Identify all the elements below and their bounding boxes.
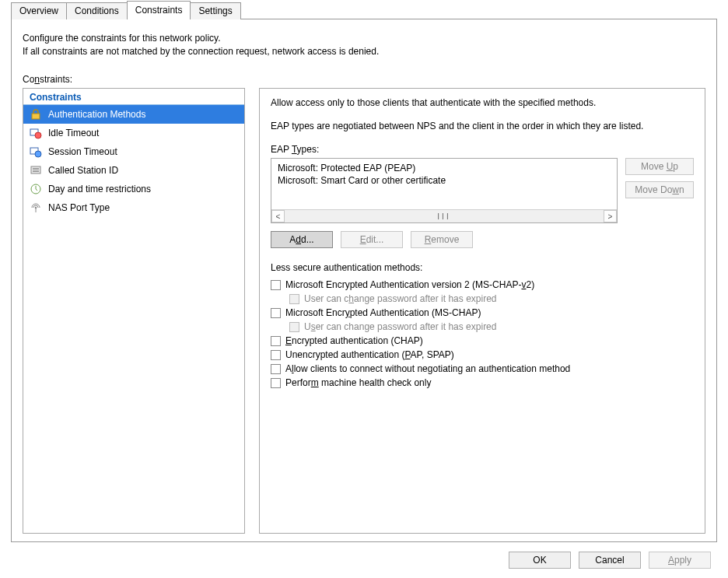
constraint-detail-panel: Allow access only to those clients that … — [259, 88, 705, 534]
chk-label: User can change password after it has ex… — [304, 321, 496, 332]
eap-item[interactable]: Microsoft: Protected EAP (PEAP) — [278, 162, 611, 174]
chk-label: Microsoft Encrypted Authentication versi… — [285, 279, 534, 290]
constraints-label: Constraints: — [23, 74, 705, 85]
move-up-button[interactable]: Move Up — [625, 158, 694, 175]
idle-icon — [30, 127, 42, 139]
checkbox-icon[interactable] — [271, 350, 281, 360]
session-icon — [30, 145, 42, 158]
chk-label: User can change password after it has ex… — [304, 293, 497, 304]
scroll-right-icon[interactable]: > — [604, 210, 617, 222]
eap-types-list[interactable]: Microsoft: Protected EAP (PEAP) Microsof… — [271, 158, 618, 223]
eap-types-label: EAP Types: — [271, 144, 694, 155]
eap-row: Microsoft: Protected EAP (PEAP) Microsof… — [271, 158, 694, 223]
remove-button[interactable]: Remove — [411, 231, 473, 248]
svg-rect-0 — [32, 114, 40, 119]
constraint-label: Idle Timeout — [48, 128, 99, 138]
description: Configure the constraints for this netwo… — [23, 32, 705, 58]
add-button[interactable]: Add... — [271, 231, 333, 248]
checkbox-icon[interactable] — [271, 280, 281, 290]
chk-mschap-expire: User can change password after it has ex… — [289, 320, 694, 334]
lock-icon — [30, 108, 42, 121]
h-scrollbar[interactable]: < III > — [271, 209, 617, 222]
eap-item[interactable]: Microsoft: Smart Card or other certifica… — [278, 174, 611, 187]
scroll-left-icon[interactable]: < — [271, 210, 285, 222]
tab-constraints[interactable]: Constraints — [127, 1, 191, 19]
checkbox-icon — [289, 322, 299, 332]
svg-point-10 — [35, 206, 37, 208]
eap-note: EAP types are negotiated between NPS and… — [271, 120, 694, 133]
chk-label: Encrypted authentication (CHAP) — [285, 335, 423, 346]
edit-button[interactable]: Edit... — [341, 231, 403, 248]
constraint-day-time[interactable]: Day and time restrictions — [23, 180, 244, 198]
constraint-label: NAS Port Type — [48, 202, 110, 213]
policy-properties-window: Overview Conditions Constraints Settings… — [0, 0, 728, 578]
svg-point-4 — [35, 151, 41, 157]
chk-mschapv2[interactable]: Microsoft Encrypted Authentication versi… — [271, 278, 694, 292]
cancel-button[interactable]: Cancel — [579, 552, 641, 569]
checkbox-icon[interactable] — [271, 364, 281, 374]
constraint-called-station[interactable]: Called Station ID — [23, 161, 244, 180]
checkbox-icon[interactable] — [271, 308, 281, 318]
dialog-footer: OK Cancel Apply — [0, 542, 728, 578]
svg-rect-8 — [33, 171, 39, 172]
chk-mschapv2-expire: User can change password after it has ex… — [289, 292, 694, 306]
apply-button[interactable]: Apply — [649, 552, 711, 569]
chk-label: Microsoft Encrypted Authentication (MS-C… — [285, 307, 481, 318]
chk-pap[interactable]: Unencrypted authentication (PAP, SPAP) — [271, 348, 694, 362]
tab-page-constraints: Configure the constraints for this netwo… — [11, 19, 717, 542]
tab-settings[interactable]: Settings — [190, 2, 240, 19]
ok-button[interactable]: OK — [509, 552, 571, 569]
nas-icon — [30, 201, 42, 214]
constraint-label: Session Timeout — [48, 146, 117, 157]
tab-conditions[interactable]: Conditions — [66, 2, 128, 19]
constraint-idle-timeout[interactable]: Idle Timeout — [23, 124, 244, 142]
body-split: Constraints Authentication Methods Idle … — [23, 88, 705, 534]
constraints-list[interactable]: Constraints Authentication Methods Idle … — [23, 88, 245, 534]
chk-chap[interactable]: Encrypted authentication (CHAP) — [271, 334, 694, 348]
constraint-label: Day and time restrictions — [48, 184, 151, 194]
constraint-label: Called Station ID — [48, 165, 118, 176]
constraints-list-header: Constraints — [23, 89, 244, 105]
tab-strip: Overview Conditions Constraints Settings — [0, 0, 728, 19]
chk-label: Perform machine health check only — [285, 377, 431, 388]
station-icon — [30, 164, 42, 177]
auth-intro: Allow access only to those clients that … — [271, 96, 694, 110]
eap-button-row: Add... Edit... Remove — [271, 231, 694, 248]
checkbox-icon[interactable] — [271, 378, 281, 388]
chk-label: Unencrypted authentication (PAP, SPAP) — [285, 349, 454, 360]
description-line2: If all constraints are not matched by th… — [23, 45, 705, 58]
constraint-nas-port[interactable]: NAS Port Type — [23, 198, 244, 217]
scroll-thumb[interactable]: III — [285, 210, 604, 222]
svg-rect-6 — [33, 168, 39, 169]
chk-no-negotiate[interactable]: Allow clients to connect without negotia… — [271, 362, 694, 376]
checkbox-icon — [289, 294, 299, 304]
less-secure-label: Less secure authentication methods: — [271, 262, 694, 273]
chk-label: Allow clients to connect without negotia… — [285, 363, 570, 374]
constraint-auth-methods[interactable]: Authentication Methods — [23, 105, 244, 124]
chk-machine-health[interactable]: Perform machine health check only — [271, 376, 694, 390]
svg-rect-7 — [33, 170, 39, 170]
constraint-session-timeout[interactable]: Session Timeout — [23, 142, 244, 161]
checkbox-icon[interactable] — [271, 336, 281, 346]
description-line1: Configure the constraints for this netwo… — [23, 32, 705, 45]
constraint-label: Authentication Methods — [48, 109, 145, 120]
move-down-button[interactable]: Move Down — [625, 181, 694, 198]
svg-point-2 — [35, 132, 41, 138]
clock-icon — [30, 183, 42, 195]
chk-mschap[interactable]: Microsoft Encrypted Authentication (MS-C… — [271, 306, 694, 320]
tab-overview[interactable]: Overview — [11, 2, 67, 19]
